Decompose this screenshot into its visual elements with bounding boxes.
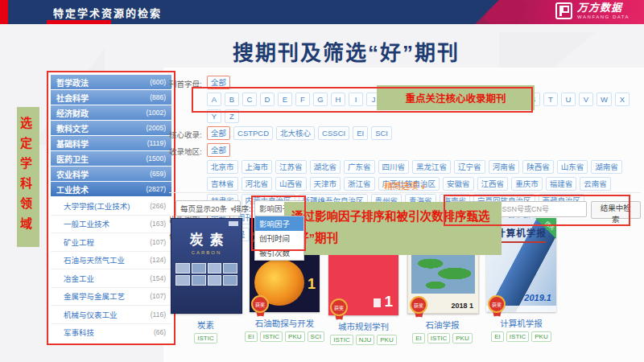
screen: 特定学术资源的检索 万方数据 WANFANG DATA 搜期刊及筛选“好”期刊 … [0, 0, 644, 362]
sidebar-subcategory[interactable]: 矿业工程 (107) [51, 233, 171, 252]
collapse-options-toggle[interactable]: 精简选项 ∨ [169, 179, 641, 191]
journal-name[interactable]: 炭素 [171, 319, 241, 331]
sidebar-category[interactable]: 哲学政法 (600) [51, 75, 171, 89]
sidebar-subcategory[interactable]: 金属学与金属工艺 (107) [51, 288, 171, 306]
subject-sidebar: 哲学政法 (600) 社会科学 (886) 经济财政 (1002) 教科文艺 (… [47, 71, 175, 345]
letter-option[interactable]: Z [225, 109, 239, 123]
header-title: 特定学术资源的检索 [53, 5, 162, 20]
subcategory-label: 军事科技 [64, 327, 94, 338]
initial-all-option[interactable]: 全部 [207, 76, 230, 89]
wanfang-logo-icon [555, 2, 572, 19]
journal-tags: EIISTICPKUSCI [250, 331, 320, 342]
sidebar-category[interactable]: 农业科学 (659) [51, 167, 171, 181]
journal-tag: PKU [531, 331, 551, 342]
category-count: (659) [150, 170, 166, 178]
category-label: 经济财政 [56, 107, 89, 119]
letter-option[interactable]: H [331, 93, 345, 106]
letter-option[interactable]: B [225, 93, 239, 106]
subcategory-list: 大学学报(工业技术) (266) 一般工业技术 (163) 矿业工程 (107)… [51, 197, 171, 341]
journal-tags: EIISTICPKU [486, 331, 556, 342]
sidebar-category[interactable]: 社会科学 (886) [51, 90, 171, 105]
subcategory-label: 矿业工程 [64, 237, 94, 248]
subcategory-count: (107) [150, 292, 166, 300]
page-title: 搜期刊及筛选“好”期刊 [173, 36, 519, 66]
letter-option[interactable]: A [207, 93, 221, 106]
core-option[interactable]: CSTPCD [233, 126, 273, 140]
award-badge-icon: 获奖 [409, 296, 430, 320]
region-option[interactable]: 上海市 [242, 160, 273, 174]
category-count: (1119) [147, 139, 166, 147]
journal-tags: ISTICNJUPKU [328, 335, 398, 345]
core-options: CSTPCD北大核心CSSCIEISCI [233, 126, 392, 140]
letter-option[interactable]: C [242, 93, 257, 106]
letter-option[interactable]: T [543, 93, 558, 106]
sidebar-category[interactable]: 经济财政 (1002) [51, 105, 171, 120]
accent-stripe [0, 0, 8, 24]
category-count: (1500) [146, 154, 166, 162]
region-option[interactable]: 黑龙江省 [412, 160, 451, 174]
filter-label: 核心收录: [169, 126, 207, 140]
sort-option[interactable]: 创刊时间 [255, 231, 303, 245]
letter-option[interactable]: X [615, 93, 630, 106]
journal-tag: EI [245, 331, 258, 342]
region-option[interactable]: 四川省 [378, 160, 410, 174]
sidebar-subcategory[interactable]: 机械与仪表工业 (116) [51, 306, 171, 324]
letter-option[interactable]: Y [207, 109, 221, 123]
core-all-option[interactable]: 全部 [207, 126, 230, 140]
award-badge-icon: 获奖 [329, 298, 350, 323]
category-count: (2827) [146, 185, 166, 193]
region-option[interactable]: 山东省 [557, 160, 588, 174]
sidebar-category[interactable]: 教科文艺 (2005) [51, 121, 171, 135]
subcategory-label: 金属学与金属工艺 [64, 290, 125, 302]
sidebar-category[interactable]: 医药卫生 (1500) [51, 151, 171, 166]
sort-option[interactable]: 被引次数 [255, 245, 303, 260]
journal-tag: SCI [308, 331, 324, 342]
sidebar-subcategory[interactable]: 石油与天然气工业 (124) [51, 252, 171, 270]
region-option[interactable]: 辽宁省 [454, 160, 485, 174]
journal-tag: ISTIC [427, 333, 450, 343]
letter-option[interactable]: E [278, 93, 292, 106]
award-badge-icon: 获奖 [250, 295, 271, 319]
category-count: (1002) [146, 109, 166, 117]
core-option[interactable]: 北大核心 [276, 126, 315, 140]
region-option[interactable]: 湖北省 [310, 160, 341, 174]
letter-option[interactable]: D [260, 93, 275, 106]
cover-photo-grid [175, 263, 237, 286]
region-option[interactable]: 江苏省 [275, 160, 307, 174]
region-option[interactable]: 陕西省 [522, 160, 554, 174]
core-option[interactable]: CSSCI [318, 126, 349, 140]
letter-option[interactable]: V [579, 93, 593, 106]
subcategory-count: (116) [151, 311, 166, 319]
core-option[interactable]: EI [353, 126, 368, 140]
region-option[interactable]: 湖南省 [591, 160, 622, 174]
sidebar-category[interactable]: 工业技术 (2827) [51, 182, 171, 196]
search-in-results-button[interactable]: 结果中检索 [591, 201, 641, 219]
core-option[interactable]: SCI [371, 126, 392, 140]
subcategory-count: (124) [150, 256, 166, 264]
letter-option[interactable]: W [597, 93, 612, 106]
region-option[interactable]: 河南省 [489, 160, 520, 174]
letter-option[interactable]: G [313, 93, 328, 106]
page-size-select[interactable]: 每页显示20条 ▼ [175, 200, 241, 216]
sidebar-category[interactable]: 基础科学 (1119) [51, 136, 171, 150]
sidebar-subcategory[interactable]: 冶金工业 (154) [51, 269, 171, 288]
category-label: 哲学政法 [56, 76, 89, 88]
region-option[interactable]: 北京市 [207, 160, 238, 174]
sidebar-subcategory[interactable]: 大学学报(工业技术) (266) [51, 197, 171, 216]
region-option[interactable]: 广东省 [344, 160, 375, 174]
journal-cover-tansu[interactable]: 炭素 CARBON [171, 218, 242, 314]
subcategory-label: 冶金工业 [64, 273, 94, 284]
region-all-option[interactable]: 全部 [207, 143, 230, 157]
subcategory-count: (107) [150, 238, 166, 246]
annotation-sort-note: 通过影响因子排序和被引次数排序甄选“好”期刊 [284, 202, 502, 255]
journal-tag: EI [412, 333, 425, 343]
journal-name[interactable]: 石油学报 [407, 319, 477, 331]
sort-option[interactable]: 影响因子 [255, 216, 303, 231]
award-badge-icon: 获奖 [487, 295, 508, 319]
sidebar-subcategory[interactable]: 一般工业技术 (163) [51, 216, 171, 234]
sidebar-subcategory[interactable]: 军事科技 (66) [51, 324, 171, 342]
letter-option[interactable]: I [349, 93, 363, 106]
letter-option[interactable]: F [295, 93, 310, 106]
category-label: 基础科学 [56, 138, 89, 150]
letter-option[interactable]: U [561, 93, 576, 106]
